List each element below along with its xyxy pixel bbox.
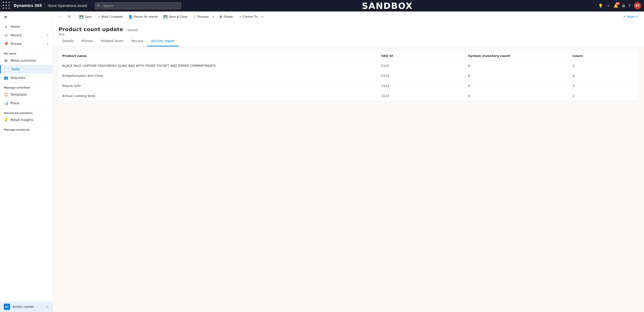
notifications-icon[interactable]: 🔔 99 xyxy=(614,3,618,8)
save-close-label: Save & Close xyxy=(169,15,188,18)
section-label-mywork: My work xyxy=(0,50,52,56)
avatar[interactable]: RT xyxy=(634,2,641,9)
share-icon: ↗ xyxy=(623,15,626,18)
saved-status: - Saved xyxy=(125,28,138,32)
table-row[interactable]: Blayne Sofa 1112 0 3 xyxy=(58,81,638,91)
cell-product-name: BLACK FAUX LEATHER CROSSBODY SLING BAG W… xyxy=(58,61,377,71)
sidebar-label-retail-insights: Retail insights xyxy=(10,118,33,122)
page-header: Product count update - Saved Task xyxy=(53,22,644,36)
sidebar-item-tasks[interactable]: 📄 Tasks xyxy=(0,65,52,73)
mark-complete-button[interactable]: ✓ Mark Complete xyxy=(95,14,125,20)
search-icon: 🔍 xyxy=(97,4,100,8)
table-row[interactable]: Bridgehampton Arm Chair 1111 0 4 xyxy=(58,71,638,81)
cell-count: 4 xyxy=(569,71,638,81)
sidebar-label-plans: Plans xyxy=(10,101,19,105)
action-center-badge: AC xyxy=(4,304,10,310)
sidebar-item-plans[interactable]: 📊 Plans xyxy=(0,99,52,107)
sidebar-label-action-center: Action center xyxy=(12,305,34,309)
sandbox-label: SANDBOX xyxy=(362,1,412,11)
sidebar-item-templates[interactable]: 📋 Templates xyxy=(0,90,52,99)
sidebar-label-retail-summary: Retail summary xyxy=(10,59,36,62)
sidebar-item-pinned[interactable]: 📌 Pinned ∨ xyxy=(0,39,52,48)
sidebar-label-templates: Templates xyxy=(10,93,27,96)
content-area: ← ⧉ 💾 Save ✓ Mark Complete 👤 Return for … xyxy=(53,11,644,312)
sidebar-item-recent[interactable]: ◷ Recent ∨ xyxy=(0,31,52,39)
search-container: 🔍 xyxy=(95,2,181,9)
section-label-advanced-analytics: Advanced analytics xyxy=(0,110,52,116)
share-button[interactable]: ↗ Share ∨ xyxy=(620,14,640,20)
back-button[interactable]: ← xyxy=(56,14,65,20)
process-button[interactable]: ⬡ Process xyxy=(191,14,211,20)
record-type-label: Task xyxy=(58,33,638,36)
check-icon: ✓ xyxy=(98,15,100,19)
retail-insights-icon: 💡 xyxy=(4,118,8,122)
plans-icon: 📊 xyxy=(4,101,8,105)
home-icon: ⌂ xyxy=(4,24,8,29)
table-row[interactable]: Artisan Landing Desk 1113 0 1 xyxy=(58,91,638,101)
search-input[interactable] xyxy=(95,2,181,9)
share-label: Share xyxy=(626,15,635,18)
return-rework-button[interactable]: 👤 Return for rework xyxy=(126,14,160,20)
sidebar-item-retail-insights[interactable]: 💡 Retail insights xyxy=(0,116,52,124)
section-label-manage-products: Manage products xyxy=(0,126,52,132)
sidebar-divider-4 xyxy=(0,125,52,125)
save-close-icon: 💾 xyxy=(164,15,168,19)
new-tab-button[interactable]: ⧉ xyxy=(66,13,73,20)
tabs-container: Details Photos Related items Review Acti… xyxy=(53,36,644,46)
tab-related-items[interactable]: Related items xyxy=(97,36,128,46)
app-grid-button[interactable] xyxy=(3,2,11,10)
sidebar-label-pinned: Pinned xyxy=(10,42,22,46)
share-chevron-icon: ∨ xyxy=(636,15,638,18)
app-name-label: Store Operations Assist xyxy=(48,4,87,8)
main-layout: ≡ ⌂ Home ◷ Recent ∨ 📌 Pinned ∨ My work ⊞… xyxy=(0,11,644,312)
add-icon[interactable]: ＋ xyxy=(606,3,610,8)
process-dropdown-button[interactable]: ∨ xyxy=(211,14,216,19)
cell-sku-id: 1115 xyxy=(377,61,464,71)
return-icon: 👤 xyxy=(128,15,132,19)
settings-icon[interactable]: ⚙ xyxy=(622,3,625,8)
save-label: Save xyxy=(84,15,92,18)
sidebar-divider-3 xyxy=(0,108,52,109)
brand-label: Dynamics 365 xyxy=(14,3,42,8)
lightbulb-icon[interactable]: 💡 xyxy=(598,3,603,8)
cell-product-name: Bridgehampton Arm Chair xyxy=(58,71,377,81)
tab-photos[interactable]: Photos xyxy=(78,36,97,46)
tab-review[interactable]: Review xyxy=(128,36,147,46)
tab-activity-report[interactable]: Activity report xyxy=(147,36,179,46)
sidebar-item-action-center[interactable]: AC Action center ◇ xyxy=(0,302,52,312)
save-button[interactable]: 💾 Save xyxy=(77,14,94,20)
section-label-manage-activities: Manage activities xyxy=(0,84,52,90)
convert-dropdown-button[interactable]: ∨ xyxy=(260,14,265,19)
recent-icon: ◷ xyxy=(4,33,8,37)
cell-system-inventory: 0 xyxy=(464,91,569,101)
sidebar-item-retail-summary[interactable]: ⊞ Retail summary xyxy=(0,56,52,65)
col-header-sku-id: SKU Id xyxy=(377,51,464,61)
top-nav-icons: 💡 ＋ 🔔 99 ⚙ ? RT xyxy=(598,2,641,9)
save-close-button[interactable]: 💾 Save & Close xyxy=(161,14,190,20)
delete-icon: 🗑 xyxy=(219,15,222,19)
col-header-system-inventory: System inventory count xyxy=(464,51,569,61)
tab-details[interactable]: Details xyxy=(58,36,78,46)
action-center-icon: ◇ xyxy=(46,305,49,309)
process-label: Process xyxy=(198,15,209,18)
convert-icon: ↗ xyxy=(238,15,242,19)
chevron-down-icon: ∨ xyxy=(47,42,49,45)
cell-count: 3 xyxy=(569,81,638,91)
delete-button[interactable]: 🗑 Delete xyxy=(217,14,235,20)
convert-to-label: Convert To xyxy=(243,15,258,18)
table-area: Product name SKU Id System inventory cou… xyxy=(53,46,644,312)
requests-icon: 👥 xyxy=(4,76,8,80)
sidebar-label-home: Home xyxy=(10,25,20,28)
convert-to-button[interactable]: ↗ Convert To xyxy=(236,14,260,20)
convert-to-group: ↗ Convert To ∨ xyxy=(236,14,265,20)
sidebar-label-recent: Recent xyxy=(10,33,22,37)
hamburger-button[interactable]: ≡ xyxy=(0,11,52,22)
sidebar-item-requests[interactable]: 👥 Requests xyxy=(0,73,52,82)
delete-label: Delete xyxy=(224,15,233,18)
table-row[interactable]: BLACK FAUX LEATHER CROSSBODY SLING BAG W… xyxy=(58,61,638,71)
page-title: Product count update - Saved xyxy=(58,26,638,32)
activity-report-table: Product name SKU Id System inventory cou… xyxy=(58,51,638,101)
help-icon[interactable]: ? xyxy=(628,3,630,8)
retail-summary-icon: ⊞ xyxy=(4,58,8,63)
sidebar-item-home[interactable]: ⌂ Home xyxy=(0,22,52,31)
